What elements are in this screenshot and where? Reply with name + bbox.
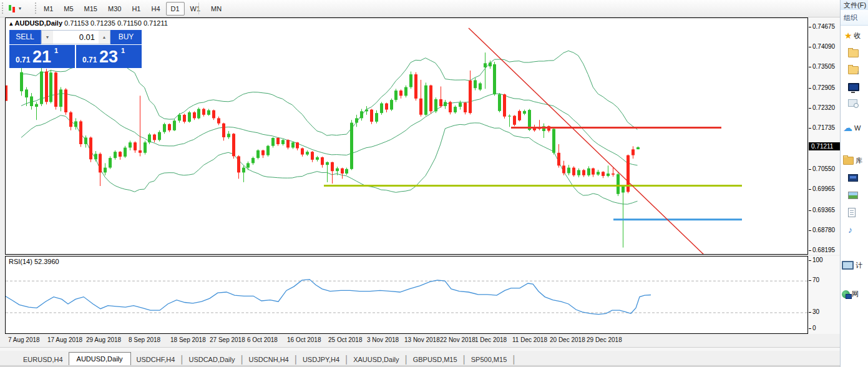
collapse-triangle-icon[interactable]: ▴ bbox=[9, 19, 13, 27]
timeframe-button-D1[interactable]: D1 bbox=[166, 2, 185, 16]
chart-tool-icon[interactable]: ▾ bbox=[7, 3, 24, 14]
explorer-item-star[interactable]: ★收 bbox=[844, 30, 861, 41]
explorer-menu-bar[interactable]: 文件(F) bbox=[841, 0, 868, 10]
volume-decrease-button[interactable]: ▼ bbox=[42, 31, 53, 44]
buy-price-display[interactable]: 0.71 23 1 bbox=[76, 45, 142, 68]
date-axis[interactable]: 7 Aug 201817 Aug 201829 Aug 20188 Sep 20… bbox=[5, 336, 835, 345]
sell-price-sup: 1 bbox=[54, 47, 58, 54]
date-tick-label: 3 Nov 2018 bbox=[367, 336, 399, 343]
video-icon bbox=[848, 174, 858, 182]
chart-tab-USDCNH-H4[interactable]: USDCNH,H4 bbox=[243, 354, 295, 365]
rsi-scale[interactable]: 10070300 bbox=[809, 256, 840, 334]
rsi-tick bbox=[809, 280, 811, 281]
price-tick bbox=[809, 250, 811, 251]
date-tick-label: 6 Oct 2018 bbox=[247, 336, 278, 343]
chevron-down-icon: ▾ bbox=[19, 6, 21, 11]
explorer-item-folder[interactable] bbox=[848, 47, 859, 59]
sell-button[interactable]: SELL bbox=[9, 30, 41, 44]
timeframe-button-W1[interactable]: W1 bbox=[185, 2, 206, 16]
timeframe-button-M5[interactable]: M5 bbox=[59, 2, 78, 16]
volume-increase-button[interactable]: ▲ bbox=[99, 31, 110, 44]
date-tick-label: 18 Sep 2018 bbox=[170, 336, 206, 343]
date-tick-label: 17 Aug 2018 bbox=[47, 336, 82, 343]
chart-tab-EURUSD-H4[interactable]: EURUSD,H4 bbox=[17, 354, 69, 365]
chart-tab-SP500-M15[interactable]: SP500,M15 bbox=[466, 354, 512, 365]
explorer-item-picture[interactable] bbox=[848, 190, 858, 201]
chart-title: ▴ AUDUSD,Daily 0.71153 0.71235 0.71150 0… bbox=[9, 19, 168, 27]
volume-stepper: ▼ 0.01 ▲ bbox=[41, 30, 110, 44]
price-tick-label: 0.72320 bbox=[812, 104, 835, 111]
explorer-item-label: 计 bbox=[856, 261, 862, 270]
sell-price-big: 21 bbox=[32, 47, 51, 67]
explorer-item-computer[interactable]: 计 bbox=[842, 260, 862, 271]
price-tick-label: 0.69365 bbox=[812, 207, 835, 213]
rsi-tick bbox=[809, 312, 811, 313]
chart-tab-AUDUSD-Daily[interactable]: AUDUSD,Daily bbox=[69, 352, 131, 365]
timeframe-button-M15[interactable]: M15 bbox=[79, 2, 102, 16]
explorer-item-music[interactable]: ♪ bbox=[848, 224, 852, 235]
price-tick-label: 0.70550 bbox=[812, 165, 835, 172]
price-tick bbox=[809, 189, 811, 190]
chart-tab-USDCAD-Daily[interactable]: USDCAD,Daily bbox=[183, 354, 240, 365]
price-tick-label: 0.69965 bbox=[812, 185, 835, 192]
date-tick-label: 1 Dec 2018 bbox=[475, 336, 507, 343]
buy-button[interactable]: BUY bbox=[110, 30, 142, 44]
explorer-item-recent[interactable] bbox=[848, 97, 857, 109]
explorer-item-lib[interactable]: 库 bbox=[843, 155, 862, 166]
music-icon: ♪ bbox=[848, 225, 852, 235]
candle-icon-green bbox=[9, 5, 11, 11]
timeframe-button-MN[interactable]: MN bbox=[206, 2, 227, 16]
timeframe-button-H4[interactable]: H4 bbox=[146, 2, 165, 16]
chart-tab-USDJPY-H4[interactable]: USDJPY,H4 bbox=[297, 354, 345, 365]
price-tick bbox=[809, 27, 811, 27]
rsi-indicator-pane[interactable]: RSI(14) 52.3960 bbox=[5, 256, 808, 334]
price-tick bbox=[809, 67, 811, 67]
chart-tab-XAUUSD-Daily[interactable]: XAUUSD,Daily bbox=[348, 354, 404, 365]
timeframe-button-M30[interactable]: M30 bbox=[103, 2, 126, 16]
lib-icon bbox=[843, 157, 854, 165]
explorer-item-video[interactable] bbox=[848, 172, 858, 184]
price-tick bbox=[809, 230, 811, 231]
toolbar-grip[interactable] bbox=[35, 2, 38, 14]
timeframe-button-M1[interactable]: M1 bbox=[39, 2, 58, 16]
explorer-item-label: 收 bbox=[854, 31, 861, 41]
explorer-item-label: 网 bbox=[852, 290, 859, 299]
price-tick bbox=[809, 169, 811, 170]
explorer-organize-button[interactable]: 组织 bbox=[841, 10, 868, 26]
computer-icon bbox=[842, 261, 854, 270]
price-tick bbox=[809, 128, 811, 129]
folder-down-icon bbox=[848, 66, 859, 74]
network-icon bbox=[842, 290, 850, 298]
explorer-item-desktop[interactable] bbox=[848, 81, 859, 92]
explorer-item-network[interactable]: 网 bbox=[842, 288, 859, 300]
rsi-tick bbox=[809, 260, 811, 261]
volume-field[interactable]: 0.01 bbox=[53, 31, 99, 44]
explorer-item-folder-down[interactable] bbox=[848, 64, 859, 76]
explorer-item-doc[interactable] bbox=[848, 207, 856, 218]
sell-price-display[interactable]: 0.71 21 1 bbox=[9, 45, 76, 68]
current-price-tag: 0.71211 bbox=[809, 142, 840, 150]
timeframe-button-H1[interactable]: H1 bbox=[127, 2, 145, 16]
toolbar-grip[interactable] bbox=[2, 2, 5, 14]
buy-price-big: 23 bbox=[99, 47, 118, 67]
rsi-indicator-label: RSI(14) 52.3960 bbox=[9, 258, 59, 265]
recent-icon bbox=[848, 99, 857, 107]
price-tick-label: 0.74090 bbox=[812, 43, 835, 50]
explorer-item-label: W bbox=[854, 124, 861, 132]
desktop-icon bbox=[848, 83, 859, 91]
chart-tab-USDCHF-H4[interactable]: USDCHF,H4 bbox=[131, 354, 181, 365]
price-tick-label: 0.72905 bbox=[812, 84, 835, 91]
folder-icon bbox=[848, 49, 859, 57]
date-tick-label: 7 Aug 2018 bbox=[8, 336, 40, 343]
price-chart-pane[interactable]: ▴ AUDUSD,Daily 0.71153 0.71235 0.71150 0… bbox=[5, 17, 808, 255]
toolbar-separator bbox=[198, 2, 199, 14]
price-tick bbox=[809, 210, 811, 211]
chart-tab-GBPUSD-M15[interactable]: GBPUSD,M15 bbox=[407, 354, 463, 365]
buy-price-prefix: 0.71 bbox=[82, 56, 97, 64]
buy-price-sup: 1 bbox=[121, 47, 125, 54]
cloud-icon: ☁ bbox=[843, 122, 852, 134]
date-tick-label: 13 Nov 2018 bbox=[404, 336, 440, 343]
rsi-canvas[interactable] bbox=[6, 257, 807, 333]
explorer-item-cloud[interactable]: ☁W bbox=[843, 122, 861, 134]
price-scale[interactable]: 0.746750.740900.735050.729050.723200.717… bbox=[809, 17, 840, 255]
